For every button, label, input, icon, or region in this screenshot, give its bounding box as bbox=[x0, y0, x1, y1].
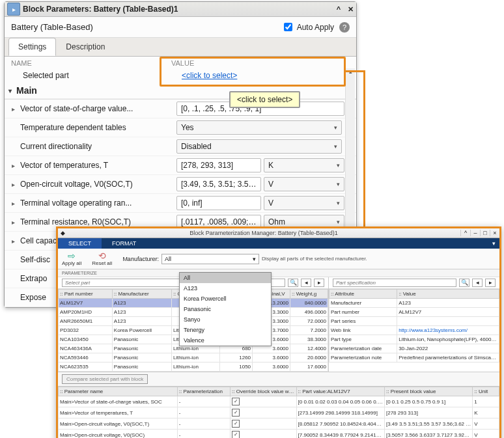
dropdown-option[interactable]: Valence bbox=[180, 335, 271, 346]
expand-icon[interactable]: ▸ bbox=[8, 238, 18, 245]
selected-part-link[interactable]: <click to select> bbox=[182, 71, 237, 80]
window-min-button[interactable]: ^ bbox=[333, 5, 344, 13]
unit-select[interactable]: K▾ bbox=[264, 158, 344, 172]
tab-description[interactable]: Description bbox=[56, 38, 115, 56]
window-min-button[interactable]: – bbox=[470, 230, 480, 236]
manager-titlebar: ◆ Block Parameterization Manager: Batter… bbox=[58, 228, 499, 238]
param-compare-table: :: Parameter name :: Parameterization ::… bbox=[58, 387, 499, 438]
param-value-field[interactable]: [278, 293, 313] bbox=[176, 158, 261, 172]
table-row: Main>Vector of temperatures, T-✓[273.149… bbox=[59, 407, 499, 418]
param-name: Current directionality bbox=[18, 142, 176, 151]
param-value-field[interactable]: [0, inf] bbox=[176, 196, 261, 210]
expand-icon[interactable]: ▸ bbox=[8, 181, 18, 188]
table-row: Main>Open-circuit voltage, V0(SOC)-✓[7.9… bbox=[59, 430, 499, 439]
chevron-down-icon: ▾ bbox=[334, 143, 337, 150]
expand-icon[interactable]: ▸ bbox=[8, 200, 18, 207]
section-main[interactable]: ▾ Main bbox=[5, 83, 356, 99]
expand-icon[interactable]: ▸ bbox=[8, 105, 18, 113]
twisty-icon: ▾ bbox=[8, 87, 16, 94]
unit-select[interactable]: V▾ bbox=[264, 177, 344, 191]
tab-select[interactable]: SELECT bbox=[58, 238, 102, 249]
table-row[interactable]: NCA593446PanasonicLithium-ion12603.60002… bbox=[59, 353, 328, 363]
selected-part-label: Selected part bbox=[11, 71, 182, 80]
highlight-connector bbox=[344, 70, 365, 231]
window-close-button[interactable]: ✕ bbox=[344, 5, 356, 14]
dialog-titlebar: ▸ Block Parameters: Battery (Table-Based… bbox=[5, 2, 356, 17]
param-value-field[interactable]: [3.49, 3.5, 3.51; 3.55,... bbox=[176, 177, 261, 191]
dropdown-option[interactable]: All bbox=[180, 273, 271, 283]
override-checkbox[interactable]: ✓ bbox=[232, 420, 240, 428]
manager-title: Block Parameterization Manager: Battery … bbox=[67, 230, 460, 236]
section-main-label: Main bbox=[16, 85, 37, 96]
manufacturer-label: Manufacturer: bbox=[122, 256, 159, 262]
table-row: Part typeLithium-ion, Nanophosphate(LFP)… bbox=[329, 335, 499, 344]
header-value: VALUE bbox=[171, 59, 339, 67]
param-row: ▸ Terminal voltage operating ran... [0, … bbox=[5, 194, 356, 213]
table-row: Web linkhttp://www.a123systems.com/ bbox=[329, 326, 499, 335]
manufacturer-filter: Manufacturer: All▾ Display all parts of … bbox=[122, 254, 367, 264]
section-parameterize-label: PARAMETERIZE bbox=[58, 269, 499, 277]
dropdown-option[interactable]: Tenergy bbox=[180, 325, 271, 335]
auto-apply-checkbox[interactable] bbox=[284, 23, 292, 31]
table-row: Main>Open-circuit voltage, V0(SOC,T)-✓[8… bbox=[59, 418, 499, 430]
search-icon[interactable]: 🔍 bbox=[459, 279, 469, 287]
expand-icon[interactable]: ▸ bbox=[8, 162, 18, 169]
table-row[interactable]: NCA623535PanasonicLithium-ion10503.60001… bbox=[59, 363, 328, 372]
param-row: ▸ Open-circuit voltage, V0(SOC,T) [3.49,… bbox=[5, 175, 356, 194]
header-name: NAME bbox=[11, 59, 171, 67]
param-compare-header: :: Parameter name :: Parameterization ::… bbox=[59, 387, 499, 396]
manager-toolbar: ⇨Apply all ⟲Reset all Manufacturer: All▾… bbox=[58, 249, 499, 269]
param-name: Terminal voltage operating ran... bbox=[18, 198, 176, 208]
dropdown-option[interactable]: Sanyo bbox=[180, 314, 271, 325]
search-icon[interactable]: 🔍 bbox=[288, 279, 298, 287]
expand-icon[interactable]: ▸ bbox=[8, 219, 18, 226]
table-row: Main>Vector of state-of-charge values, S… bbox=[59, 396, 499, 407]
param-name: Vector of temperatures, T bbox=[18, 161, 176, 170]
window-app-icon: ▸ bbox=[7, 3, 20, 16]
param-name: Temperature dependent tables bbox=[18, 123, 176, 132]
unit-select[interactable]: V▾ bbox=[264, 196, 344, 210]
table-row: Parameterization date30-Jan-2022 bbox=[329, 344, 499, 353]
dropdown-option[interactable]: A123 bbox=[180, 283, 271, 294]
override-checkbox[interactable]: ✓ bbox=[232, 431, 240, 438]
param-name: Terminal resistance, R0(SOC,T) bbox=[18, 217, 176, 226]
param-name: Expose bbox=[18, 293, 61, 302]
dropdown-option[interactable]: Panasonic bbox=[180, 304, 271, 314]
chevron-down-icon: ▾ bbox=[337, 200, 340, 206]
reset-all-button[interactable]: ⟲Reset all bbox=[92, 251, 112, 266]
next-icon[interactable]: ▸ bbox=[314, 279, 324, 287]
param-column-headers: NAME VALUE bbox=[5, 57, 356, 68]
window-max-button[interactable]: □ bbox=[480, 230, 490, 236]
param-name: Extrapo bbox=[18, 274, 61, 283]
dropdown-option[interactable]: Korea Powercell bbox=[180, 294, 271, 304]
apply-all-button[interactable]: ⇨Apply all bbox=[62, 251, 81, 266]
prev-icon[interactable]: ◂ bbox=[472, 279, 483, 287]
tab-format[interactable]: FORMAT bbox=[102, 238, 147, 249]
param-select[interactable]: Yes▾ bbox=[176, 120, 342, 135]
auto-apply-option[interactable]: Auto Apply bbox=[281, 21, 334, 33]
manufacturer-hint: Display all parts of the selected manufa… bbox=[262, 256, 367, 262]
compare-button[interactable]: Compare selected part with block bbox=[62, 374, 148, 384]
manufacturer-dropdown[interactable]: All▾ bbox=[161, 254, 259, 264]
override-checkbox[interactable]: ✓ bbox=[232, 409, 240, 417]
table-row: Part series bbox=[329, 317, 499, 326]
table-row: ManufacturerA123 bbox=[329, 299, 499, 308]
part-spec-search[interactable] bbox=[333, 279, 456, 287]
tab-overflow-icon[interactable]: ▾ bbox=[488, 238, 499, 249]
tab-settings[interactable]: Settings bbox=[8, 38, 56, 56]
override-checkbox[interactable]: ✓ bbox=[232, 398, 240, 405]
param-select[interactable]: Disabled▾ bbox=[176, 139, 342, 154]
selected-part-row: Selected part <click to select> bbox=[5, 68, 356, 83]
help-icon[interactable]: ? bbox=[339, 22, 350, 33]
compare-bar: Compare selected part with block bbox=[58, 372, 499, 387]
param-name: Open-circuit voltage, V0(SOC,T) bbox=[18, 180, 176, 189]
param-row: ▸ Vector of temperatures, T [278, 293, 3… bbox=[5, 156, 356, 175]
window-up-button[interactable]: ^ bbox=[460, 230, 470, 236]
block-type-label: Battery (Table-Based) bbox=[11, 22, 281, 32]
next-icon[interactable]: ▸ bbox=[485, 279, 496, 287]
param-row: Temperature dependent tables Yes▾ bbox=[5, 118, 356, 137]
chevron-down-icon: ▾ bbox=[337, 181, 340, 187]
prev-icon[interactable]: ◂ bbox=[301, 279, 311, 287]
chevron-down-icon: ▾ bbox=[334, 124, 337, 131]
window-close-button[interactable]: × bbox=[490, 230, 499, 236]
